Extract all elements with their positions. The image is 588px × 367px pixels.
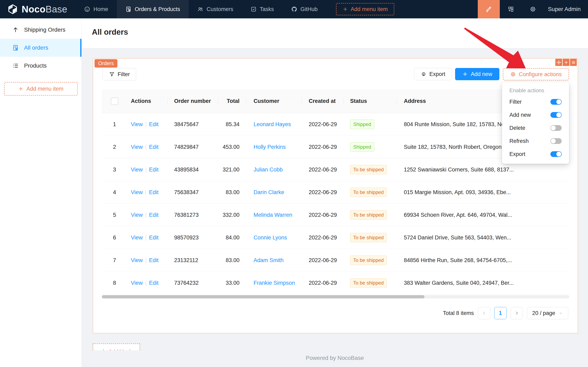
list-icon [12,62,19,69]
toggle-switch-add-new[interactable] [550,112,562,118]
edit-link[interactable]: Edit [149,212,159,218]
status-cell: To be shipped [344,188,397,197]
nav-item-customers[interactable]: Customers [189,0,242,18]
add-new-button-label: Add new [471,71,492,77]
view-link[interactable]: View [131,234,143,241]
sidebar-add-menu-item-button[interactable]: Add menu item [4,82,78,96]
customer-link[interactable]: Connie Lyons [253,234,287,241]
table-header-total: Total [218,98,246,104]
created-at-cell: 2022-06-29 [302,189,344,196]
status-cell: Shipped [344,142,397,152]
toggle-switch-delete[interactable] [550,125,562,131]
row-actions: View|Edit [127,167,168,173]
pagination-page-1[interactable]: 1 [494,307,506,319]
edit-link[interactable]: Edit [149,144,159,150]
horizontal-scrollbar-track [102,295,569,298]
block-menu-button[interactable] [570,59,577,66]
table-row: 6View|Edit9857092384.00Connie Lyons2022-… [102,226,569,249]
powered-by-footer: Powered by NocoBase [82,355,588,361]
status-badge: To be shipped [350,256,387,265]
settings-button[interactable] [522,0,544,18]
status-cell: To be shipped [344,233,397,242]
nav-add-menu-item-button[interactable]: Add menu item [336,3,395,15]
plus-icon [564,60,568,65]
add-block-button[interactable]: Add block [93,343,140,350]
row-index: 2 [102,144,127,150]
nav-item-tasks[interactable]: Tasks [242,0,283,18]
horizontal-scrollbar-thumb[interactable] [102,295,424,298]
brand-logo[interactable]: NocoBase [0,0,76,18]
view-link[interactable]: View [131,280,143,286]
customer-link[interactable]: Melinda Warren [253,212,292,218]
view-link[interactable]: View [131,189,143,195]
row-actions: View|Edit [127,121,168,128]
status-cell: To be shipped [344,278,397,288]
nav-item-label: Tasks [260,6,274,12]
address-cell: 015 Margie Mission, Apt. 093, 34936, Ebe… [397,189,569,196]
enable-action-row-add-new: Add new [509,108,562,121]
nav-item-home[interactable]: Home [76,0,117,18]
row-actions: View|Edit [127,189,168,196]
select-all-checkbox[interactable] [111,98,118,105]
view-link[interactable]: View [131,121,143,127]
pagination-next-button[interactable] [511,307,523,319]
edit-link[interactable]: Edit [149,121,159,127]
toggle-switch-refresh[interactable] [550,138,562,144]
drag-handle-button[interactable] [555,59,562,66]
nav-item-orders-products[interactable]: Orders & Products [117,0,189,18]
plus-icon [343,7,348,12]
pagination-prev-button[interactable] [478,307,490,319]
enable-action-row-refresh: Refresh [509,134,562,148]
add-new-button[interactable]: Add new [455,68,499,80]
total-cell: 85.34 [218,121,246,128]
customer-link[interactable]: Adam Smith [253,257,284,263]
edit-link[interactable]: Edit [149,280,159,286]
user-menu[interactable]: Super Admin [544,6,588,12]
edit-link[interactable]: Edit [149,189,159,195]
customers-icon [197,6,203,12]
edit-link[interactable]: Edit [149,234,159,241]
export-button[interactable]: Export [414,68,452,80]
total-cell: 33.00 [218,280,246,286]
row-actions: View|Edit [127,212,168,218]
sidebar-item-products[interactable]: Products [0,57,82,75]
ui-editor-toggle-button[interactable] [478,0,500,18]
view-link[interactable]: View [131,167,143,173]
nav-item-github[interactable]: GitHub [283,0,326,18]
sidebar-item-shipping-orders[interactable]: Shipping Orders [0,21,82,39]
customer-link[interactable]: Leonard Hayes [253,121,291,127]
edit-link[interactable]: Edit [149,167,159,173]
enable-action-label: Export [509,151,525,157]
total-cell: 84.00 [218,234,246,241]
toggle-switch-filter[interactable] [550,99,562,105]
add-block-inline-button[interactable] [563,59,569,66]
customer-link[interactable]: Darin Clarke [253,189,284,195]
sidebar-item-all-orders[interactable]: All orders [0,39,82,57]
table-header-order-number: Order number [168,98,218,104]
page-size-select[interactable]: 20 / page [527,307,568,319]
status-cell: To be shipped [344,165,397,174]
order-number-cell: 38475647 [168,121,218,128]
view-link[interactable]: View [131,212,143,218]
customer-link[interactable]: Frankie Simpson [253,280,295,286]
table-header-select [102,98,127,105]
configure-actions-button[interactable]: Configure actions [503,68,569,80]
view-link[interactable]: View [131,257,143,263]
toggle-switch-export[interactable] [550,151,562,157]
row-index: 3 [102,167,127,173]
arrow-up-icon [12,26,19,33]
customer-link[interactable]: Julian Cobb [253,167,283,173]
row-actions: View|Edit [127,234,168,241]
block-designer-toolbar [555,59,577,66]
edit-link[interactable]: Edit [149,257,159,263]
table-row: 8View|Edit7376423233.00Frankie Simpson20… [102,272,569,294]
order-number-cell: 73764232 [168,280,218,286]
plugin-manager-button[interactable] [500,0,522,18]
address-cell: 69934 Schoen River, Apt. 646, 49704, Wal… [397,212,569,218]
status-badge: To be shipped [350,210,387,220]
customer-link[interactable]: Holly Perkins [253,144,286,150]
address-cell: 5724 Daniel Drive, Suite 563, 54403, Wen… [397,234,569,241]
view-link[interactable]: View [131,144,143,150]
chevron-right-icon [514,311,519,315]
filter-button[interactable]: Filter [103,68,136,80]
